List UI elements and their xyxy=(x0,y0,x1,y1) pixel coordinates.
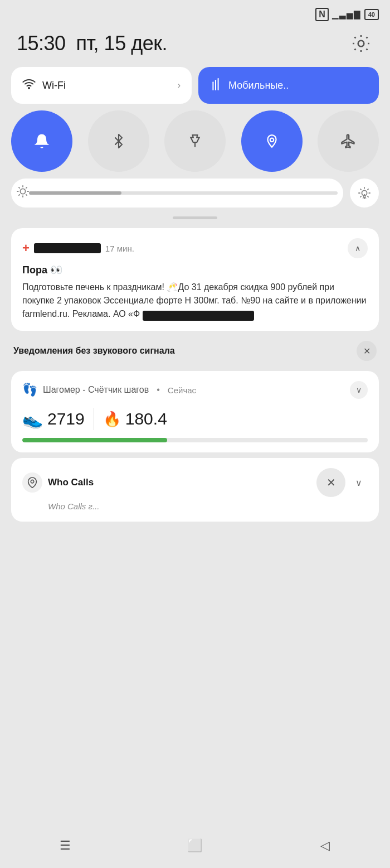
brightness-icon xyxy=(17,185,29,201)
pedo-divider xyxy=(94,408,94,430)
bluetooth-toggle[interactable] xyxy=(88,110,149,172)
status-icons: N ▁▃▅▇ 40 xyxy=(315,8,379,21)
bell-toggle[interactable] xyxy=(11,110,72,172)
settings-gear-button[interactable] xyxy=(349,31,373,56)
pedo-app-row: 👣 Шагомер - Счётчик шагов • Сейчас xyxy=(22,383,196,397)
who-calls-name: Who Calls xyxy=(48,477,94,488)
wifi-tile[interactable]: Wi-Fi › xyxy=(11,67,192,104)
who-calls-expand-btn[interactable]: ∨ xyxy=(350,474,368,491)
battery-icon: 40 xyxy=(364,9,379,20)
brightness-track[interactable] xyxy=(29,191,338,195)
status-bar: N ▁▃▅▇ 40 xyxy=(0,0,390,26)
silent-close-btn[interactable]: ✕ xyxy=(357,341,377,361)
brightness-fill xyxy=(29,191,121,195)
who-calls-notification[interactable]: Who Calls ✕ ∨ Who Calls г... xyxy=(11,458,379,522)
notif-app-row: + 17 мин. xyxy=(22,241,134,255)
svg-line-11 xyxy=(19,195,20,195)
steps-value: 2719 xyxy=(47,409,85,428)
back-button[interactable]: ◁ xyxy=(308,835,342,857)
who-calls-close-btn[interactable]: ✕ xyxy=(316,468,345,497)
signal-icon: ▁▃▅▇ xyxy=(332,9,361,20)
pharmacy-time: 17 мин. xyxy=(105,244,134,253)
who-calls-header: Who Calls ✕ ∨ xyxy=(22,468,368,497)
pharmacy-body: Подготовьте печень к праздникам! 🥂До 31 … xyxy=(22,281,368,321)
pedometer-notification[interactable]: 👣 Шагомер - Счётчик шагов • Сейчас ∨ 👟 2… xyxy=(11,371,379,452)
notifications-area: + 17 мин. ∧ Пора 👀 Подготовьте печень к … xyxy=(0,224,390,526)
pedo-app-name: Шагомер - Счётчик шагов xyxy=(43,385,149,395)
pharmacy-title: Пора 👀 xyxy=(22,264,368,276)
svg-line-20 xyxy=(360,196,361,197)
home-button[interactable]: ⬜ xyxy=(178,835,212,857)
airplane-toggle[interactable] xyxy=(318,110,379,172)
svg-point-22 xyxy=(31,480,34,483)
pedo-dot: • xyxy=(157,385,160,395)
time-display: 15:30 пт, 15 дек. xyxy=(17,32,167,55)
pharmacy-app-icon: + xyxy=(22,241,30,255)
svg-line-17 xyxy=(368,196,368,197)
pharmacy-collapse-btn[interactable]: ∧ xyxy=(348,238,368,258)
pharmacy-app-name-blurred xyxy=(34,243,101,253)
who-calls-controls: ✕ ∨ xyxy=(316,468,368,497)
wifi-label: Wi-Fi xyxy=(42,80,171,91)
svg-line-21 xyxy=(368,189,368,190)
drag-indicator xyxy=(0,208,390,224)
svg-point-3 xyxy=(270,138,274,142)
menu-button[interactable]: ☰ xyxy=(48,835,82,857)
silent-header: Уведомления без звукового сигнала ✕ xyxy=(11,336,379,365)
pharmacy-notification[interactable]: + 17 мин. ∧ Пора 👀 Подготовьте печень к … xyxy=(11,228,379,331)
mobile-label: Мобильные.. xyxy=(228,80,368,91)
quick-settings-panel: Wi-Fi › Мобильные.. xyxy=(0,67,390,208)
tiles-row: Wi-Fi › Мобильные.. xyxy=(11,67,379,104)
silent-label: Уведомления без звукового сигнала xyxy=(13,346,175,356)
flashlight-toggle[interactable] xyxy=(164,110,226,172)
pedo-header: 👣 Шагомер - Счётчик шагов • Сейчас ∨ xyxy=(22,381,368,399)
calories-value: 180.4 xyxy=(125,409,167,428)
who-calls-left: Who Calls xyxy=(22,472,94,493)
pedo-progress-bar xyxy=(22,438,368,442)
svg-line-16 xyxy=(360,189,361,190)
who-calls-subtitle-text: Who Calls г... xyxy=(48,501,99,511)
brightness-row: A xyxy=(11,179,379,208)
pedo-stats: 👟 2719 🔥 180.4 xyxy=(22,408,368,430)
brightness-slider[interactable] xyxy=(11,179,343,208)
auto-brightness-button[interactable]: A xyxy=(350,179,379,208)
svg-point-0 xyxy=(358,41,364,47)
who-calls-subtitle: Who Calls г... xyxy=(22,501,368,512)
location-toggle[interactable] xyxy=(241,110,303,172)
notif-header: + 17 мин. ∧ xyxy=(22,238,368,258)
svg-line-7 xyxy=(19,187,20,188)
svg-line-12 xyxy=(26,187,27,188)
time-date-row: 15:30 пт, 15 дек. xyxy=(0,26,390,67)
steps-icon: 👟 xyxy=(22,409,43,429)
wifi-arrow-icon: › xyxy=(178,80,181,90)
wifi-icon xyxy=(22,77,36,94)
toggles-row xyxy=(11,110,379,172)
fire-icon: 🔥 xyxy=(103,411,121,428)
steps-stat: 👟 2719 xyxy=(22,409,85,429)
who-calls-app-icon xyxy=(22,472,42,493)
nfc-icon: N xyxy=(315,8,329,21)
calories-stat: 🔥 180.4 xyxy=(103,409,167,428)
svg-line-8 xyxy=(26,195,27,195)
pedo-time: Сейчас xyxy=(168,385,196,395)
svg-point-4 xyxy=(20,189,25,194)
pedo-progress-fill xyxy=(22,438,167,442)
pedo-app-icon: 👣 xyxy=(22,383,37,397)
navigation-bar: ☰ ⬜ ◁ xyxy=(0,829,390,868)
pharmacy-body-blurred xyxy=(143,311,254,321)
pedo-collapse-btn[interactable]: ∨ xyxy=(350,381,368,399)
svg-point-1 xyxy=(28,88,30,89)
mobile-data-icon xyxy=(209,78,222,93)
mobile-data-tile[interactable]: Мобильные.. xyxy=(198,67,379,104)
